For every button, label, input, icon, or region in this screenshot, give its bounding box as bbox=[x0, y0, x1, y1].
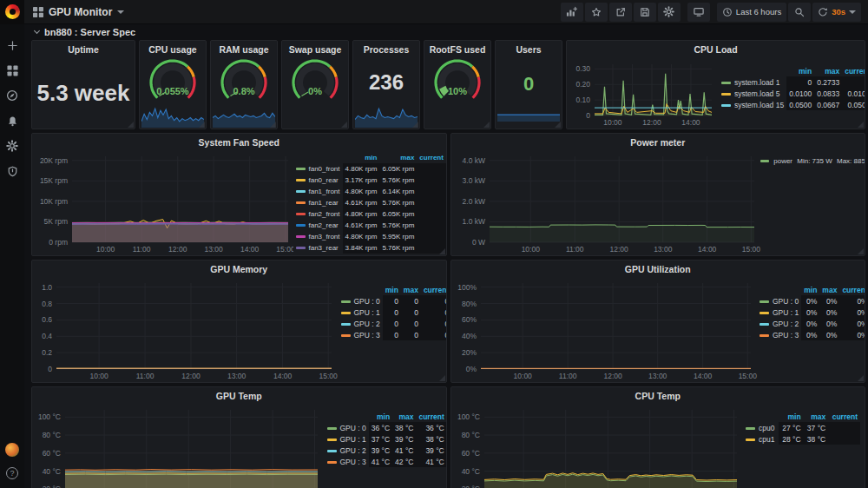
panel-resize-handle[interactable] bbox=[270, 122, 276, 128]
legend-row: fan0_front4.80K rpm6.05K rpm bbox=[293, 163, 446, 175]
panel-title[interactable]: Swap usage bbox=[282, 41, 348, 57]
legend-series-label[interactable]: GPU : 1 bbox=[339, 307, 383, 318]
legend-series-label[interactable]: fan0_rear bbox=[293, 175, 343, 186]
panel-resize-handle[interactable] bbox=[128, 122, 134, 128]
gpu-memory-legend: minmaxcurrentGPU : 0000GPU : 1000GPU : 2… bbox=[339, 277, 446, 382]
panel-resize-handle[interactable] bbox=[858, 248, 864, 254]
legend-series-label[interactable]: fan3_front bbox=[293, 231, 343, 242]
user-avatar[interactable] bbox=[5, 443, 19, 457]
svg-text:80 °C: 80 °C bbox=[461, 431, 479, 439]
svg-text:0.6: 0.6 bbox=[42, 315, 52, 324]
dashboards-menu-item[interactable] bbox=[5, 63, 19, 77]
dashboard-row-header[interactable]: bn880 : Server Spec bbox=[31, 26, 865, 38]
legend-series-label[interactable]: cpu1 bbox=[743, 433, 779, 445]
panel-title[interactable]: GPU Temp bbox=[32, 387, 446, 404]
power-meter-chart[interactable]: 0 W1.0 kW2.0 kW3.0 kW4.0 kW10:0011:0012:… bbox=[451, 150, 761, 255]
legend-current-value: 0% bbox=[839, 318, 865, 329]
panel-title[interactable]: Power meter bbox=[451, 134, 865, 150]
legend-min-value: 0.0100 bbox=[786, 88, 814, 99]
create-menu-item[interactable] bbox=[5, 38, 19, 52]
panel-title[interactable]: CPU Temp bbox=[451, 387, 865, 404]
cpu-temp-chart[interactable]: 20 °C40 °C60 °C80 °C100 °C10:0011:0012:0… bbox=[451, 404, 744, 488]
explore-menu-item[interactable] bbox=[5, 89, 19, 102]
gpu-memory-chart[interactable]: 00.20.40.60.81.010:0011:0012:0013:0014:0… bbox=[32, 277, 339, 382]
panel-title[interactable]: Processes bbox=[353, 41, 419, 57]
cycle-view-mode-button[interactable] bbox=[687, 3, 710, 22]
panel-title[interactable]: Uptime bbox=[32, 41, 135, 57]
panel-resize-handle[interactable] bbox=[439, 375, 445, 381]
legend-current-value: 0 bbox=[421, 307, 446, 318]
legend-series-label[interactable]: fan1_front bbox=[293, 186, 343, 197]
legend-row: GPU : 3000 bbox=[339, 329, 446, 340]
panel-title[interactable]: GPU Utilization bbox=[451, 260, 865, 277]
refresh-picker[interactable]: 30s bbox=[812, 3, 861, 22]
panel-resize-handle[interactable] bbox=[858, 122, 864, 128]
save-dashboard-button[interactable] bbox=[634, 3, 656, 22]
panel-resize-handle[interactable] bbox=[412, 122, 418, 128]
legend-max-value: 0% bbox=[819, 295, 839, 307]
legend-series-label[interactable]: GPU : 2 bbox=[339, 318, 383, 329]
zoom-out-time-button[interactable] bbox=[788, 3, 811, 22]
panel-resize-handle[interactable] bbox=[199, 122, 205, 128]
panel-title[interactable]: Users bbox=[496, 41, 562, 57]
server-admin-menu-item[interactable] bbox=[5, 164, 19, 178]
shield-icon bbox=[7, 166, 18, 177]
legend-current-value: 0 bbox=[421, 295, 446, 307]
legend-series-label[interactable]: system.load 5 bbox=[719, 88, 786, 99]
gpu-utilization-chart[interactable]: 0%20%40%60%80%100%10:0011:0012:0013:0014… bbox=[451, 277, 758, 382]
legend-series-label[interactable]: fan3_rear bbox=[293, 242, 343, 254]
dashboard-settings-button[interactable] bbox=[658, 3, 681, 22]
compass-icon bbox=[6, 89, 18, 102]
panel-body: 20 °C40 °C60 °C80 °C100 °C10:0011:0012:0… bbox=[451, 404, 865, 488]
legend-series-label[interactable]: GPU : 3 bbox=[325, 456, 369, 467]
panel-resize-handle[interactable] bbox=[858, 375, 864, 381]
power-meter-legend[interactable]: power Min: 735 W Max: 885 W Current: bbox=[760, 150, 865, 255]
configuration-menu-item[interactable] bbox=[5, 139, 19, 153]
legend-series-label[interactable]: GPU : 3 bbox=[757, 329, 801, 340]
grafana-logo[interactable] bbox=[0, 0, 24, 24]
panel-resize-handle[interactable] bbox=[483, 122, 490, 128]
panel-title[interactable]: RAM usage bbox=[211, 41, 277, 57]
add-panel-button[interactable] bbox=[561, 3, 583, 22]
svg-text:0: 0 bbox=[586, 111, 590, 120]
legend-series-label[interactable]: GPU : 0 bbox=[757, 295, 801, 307]
panel-resize-handle[interactable] bbox=[555, 122, 561, 128]
panel-title[interactable]: CPU usage bbox=[140, 41, 206, 57]
legend-series-label[interactable]: GPU : 0 bbox=[325, 422, 369, 433]
legend-series-label[interactable]: cpu0 bbox=[743, 422, 779, 433]
legend-series-label[interactable]: system.load 1 bbox=[719, 76, 786, 88]
panel-title[interactable]: GPU Memory bbox=[32, 260, 446, 277]
panel-title[interactable]: RootFS used bbox=[424, 41, 490, 57]
fan-speed-chart[interactable]: 0 rpm5K rpm10K rpm15K rpm20K rpm10:0011:… bbox=[32, 150, 293, 255]
legend-min-value: 4.80K rpm bbox=[343, 186, 380, 197]
legend-series-label[interactable]: system.load 15 bbox=[719, 99, 786, 110]
share-dashboard-button[interactable] bbox=[609, 3, 632, 22]
legend-series-label[interactable]: GPU : 2 bbox=[325, 445, 369, 456]
time-range-picker[interactable]: Last 6 hours bbox=[717, 3, 786, 22]
legend-series-label[interactable]: GPU : 2 bbox=[757, 318, 801, 329]
legend-row: GPU : 1000 bbox=[339, 307, 446, 318]
panel-title[interactable]: System Fan Speed bbox=[32, 134, 446, 150]
legend-min-value: 3.17K rpm bbox=[343, 175, 380, 186]
help-menu-item[interactable]: ? bbox=[6, 467, 18, 479]
legend-row: cpu027 °C37 °C bbox=[743, 422, 860, 433]
cpu-load-chart[interactable]: 00.100.200.3010:0012:0014:00 bbox=[567, 57, 719, 129]
legend-series-label[interactable]: GPU : 1 bbox=[325, 433, 369, 445]
panel-resize-handle[interactable] bbox=[341, 122, 347, 128]
panel-title[interactable]: CPU Load bbox=[567, 41, 865, 57]
svg-text:0.2: 0.2 bbox=[42, 348, 52, 357]
legend-series-label[interactable]: fan2_rear bbox=[293, 220, 343, 231]
dashboard-grid-icon bbox=[33, 7, 43, 17]
legend-series-label[interactable]: fan1_rear bbox=[293, 197, 343, 208]
legend-series-label[interactable]: GPU : 1 bbox=[757, 307, 801, 318]
legend-series-label[interactable]: GPU : 0 bbox=[339, 295, 383, 307]
legend-series-label[interactable]: fan2_front bbox=[293, 208, 343, 220]
star-dashboard-button[interactable] bbox=[585, 3, 608, 22]
gpu-temp-chart[interactable]: 20 °C40 °C60 °C80 °C100 °C10:0011:0012:0… bbox=[32, 404, 325, 488]
alerting-menu-item[interactable] bbox=[5, 114, 19, 128]
gear-icon bbox=[663, 6, 674, 17]
legend-series-label[interactable]: fan0_front bbox=[293, 163, 343, 175]
dashboard-title-menu[interactable]: GPU Monitor bbox=[33, 6, 124, 18]
panel-resize-handle[interactable] bbox=[439, 248, 445, 254]
legend-series-label[interactable]: GPU : 3 bbox=[339, 329, 383, 340]
